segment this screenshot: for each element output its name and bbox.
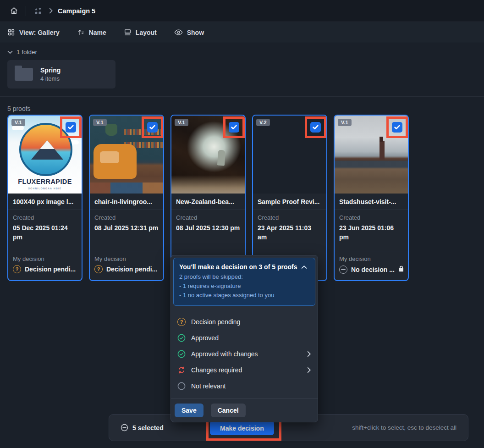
check-icon: [68, 125, 74, 130]
decision-label: My decision: [339, 255, 403, 262]
no-decision-icon: [339, 265, 347, 274]
chevron-right-icon: [307, 367, 311, 373]
decision-value: Decision pendi...: [25, 265, 76, 273]
folder-name: Spring: [40, 66, 60, 74]
option-decision-pending[interactable]: ? Decision pending: [171, 314, 318, 330]
proof-title[interactable]: chair-in-livingroo...: [90, 194, 163, 210]
created-value: 08 Jul 2025 12:30 pm: [176, 224, 240, 233]
selected-checkbox[interactable]: [392, 122, 402, 133]
proof-title[interactable]: Sample Proof Revi...: [253, 194, 326, 210]
option-changes-required[interactable]: Changes required: [171, 362, 318, 378]
proof-card[interactable]: V.1 chair-in-livingroo... Created 08 Jul…: [89, 115, 164, 281]
top-bar: Campaign 5: [0, 0, 484, 22]
changes-required-icon: [177, 366, 186, 374]
option-approved[interactable]: Approved: [171, 330, 318, 346]
tower-art: [380, 141, 385, 160]
save-button[interactable]: Save: [175, 404, 204, 417]
created-value: 23 Jun 2025 01:06 pm: [339, 224, 403, 242]
decision-summary-header[interactable]: You'll make a decision on 3 of 5 proofs: [179, 263, 309, 271]
version-badge: V.1: [338, 119, 352, 126]
app-window: Campaign 5 View: Gallery Name Layout Sho…: [0, 0, 484, 448]
chevron-up-icon: [301, 265, 307, 269]
check-icon: [313, 125, 319, 130]
created-value: 08 Jul 2025 12:31 pm: [94, 224, 159, 233]
selected-checkbox[interactable]: [310, 122, 321, 133]
proof-card[interactable]: V.1 Stadshuset-visit-... Created 23 Jun …: [334, 115, 409, 281]
cushion-art: [100, 151, 119, 163]
decision-pending-icon: ?: [94, 265, 103, 273]
make-decision-popup: You'll make a decision on 3 of 5 proofs …: [170, 255, 318, 422]
chevron-down-icon: [7, 50, 13, 54]
view-toolbar: View: Gallery Name Layout Show: [0, 22, 484, 43]
approved-icon: [177, 334, 186, 342]
version-badge: V.2: [256, 119, 270, 126]
rock-art: [217, 149, 226, 166]
decision-label: My decision: [13, 255, 77, 262]
skip-reason-line: - 1 no active stages assigned to you: [179, 291, 309, 300]
selected-checkbox[interactable]: [147, 122, 158, 133]
option-approved-with-changes[interactable]: Approved with changes: [171, 346, 318, 362]
folder-icon: [15, 68, 33, 81]
created-value: 23 Apr 2025 11:03 am: [258, 224, 322, 242]
created-label: Created: [94, 214, 159, 221]
sort-name-button[interactable]: Name: [77, 28, 106, 36]
folder-card-spring[interactable]: Spring 4 items: [7, 60, 116, 88]
folder-item-count: 4 items: [40, 75, 60, 82]
logo-text: FLUXERRAPIDE: [8, 178, 82, 185]
divider: [0, 96, 484, 97]
shapes-icon[interactable]: [32, 5, 44, 17]
folder-section-toggle[interactable]: 1 folder: [7, 49, 37, 55]
selected-count: 5 selected: [132, 424, 164, 431]
version-badge: V.1: [11, 119, 25, 126]
decision-value: No decision ...: [351, 266, 395, 273]
eye-icon: [174, 29, 183, 36]
proof-title[interactable]: New-Zealand-bea...: [171, 194, 245, 210]
created-value: 05 Dec 2025 01:24 pm: [13, 224, 77, 242]
created-label: Created: [258, 214, 322, 221]
not-relevant-icon: [177, 382, 186, 390]
proof-thumbnail: V.1: [90, 116, 163, 194]
breadcrumb[interactable]: Campaign 5: [58, 7, 95, 15]
view-gallery-button[interactable]: View: Gallery: [7, 28, 60, 36]
chevron-right-icon: [307, 351, 311, 357]
folder-section-label: 1 folder: [16, 49, 37, 55]
layout-button[interactable]: Layout: [124, 28, 157, 36]
proof-thumbnail: V.2: [253, 116, 326, 194]
decision-summary-box: You'll make a decision on 3 of 5 proofs …: [173, 258, 315, 306]
logo-art: [19, 123, 72, 176]
home-icon[interactable]: [7, 5, 20, 17]
grid-icon: [7, 28, 15, 36]
proof-title[interactable]: Stadshuset-visit-...: [335, 194, 408, 210]
selected-checkbox[interactable]: [229, 122, 239, 133]
keyboard-hint: shift+click to select, esc to deselect a…: [352, 415, 456, 441]
decision-value: Decision pendi...: [106, 265, 157, 273]
approved-with-changes-icon: [177, 350, 186, 358]
check-icon: [149, 125, 155, 130]
decision-options-list: ? Decision pending Approved Approved wit…: [171, 308, 318, 396]
created-label: Created: [176, 214, 240, 221]
created-label: Created: [13, 214, 77, 221]
proof-card[interactable]: FLUXERRAPIDE SOHNILONGAA HBIE V.1 100X40…: [7, 115, 82, 281]
selected-checkbox[interactable]: [66, 122, 76, 133]
sort-asc-icon: [77, 28, 85, 36]
skip-summary-line: 2 proofs will be skipped:: [179, 272, 309, 282]
decision-label: My decision: [94, 255, 159, 262]
option-not-relevant[interactable]: Not relevant: [171, 378, 318, 394]
chevron-right-icon: [49, 8, 53, 14]
decision-pending-icon: ?: [177, 318, 186, 326]
make-decision-button[interactable]: Make decision: [210, 421, 274, 435]
divider: [26, 6, 26, 16]
skip-reason-line: - 1 requires e-signature: [179, 282, 309, 291]
rug-art: [90, 183, 163, 194]
proof-title[interactable]: 100X40 px image l...: [8, 194, 82, 210]
proof-thumbnail: V.1: [171, 116, 245, 194]
cancel-button[interactable]: Cancel: [211, 404, 246, 417]
cloud-art: [12, 126, 24, 130]
logo-subtext: SOHNILONGAA HBIE: [8, 187, 82, 190]
popup-footer: Save Cancel: [171, 398, 318, 422]
tower-art: [380, 137, 383, 142]
sand-art: [171, 175, 245, 194]
check-icon: [394, 125, 400, 130]
show-button[interactable]: Show: [174, 29, 204, 36]
version-badge: V.1: [93, 119, 107, 126]
